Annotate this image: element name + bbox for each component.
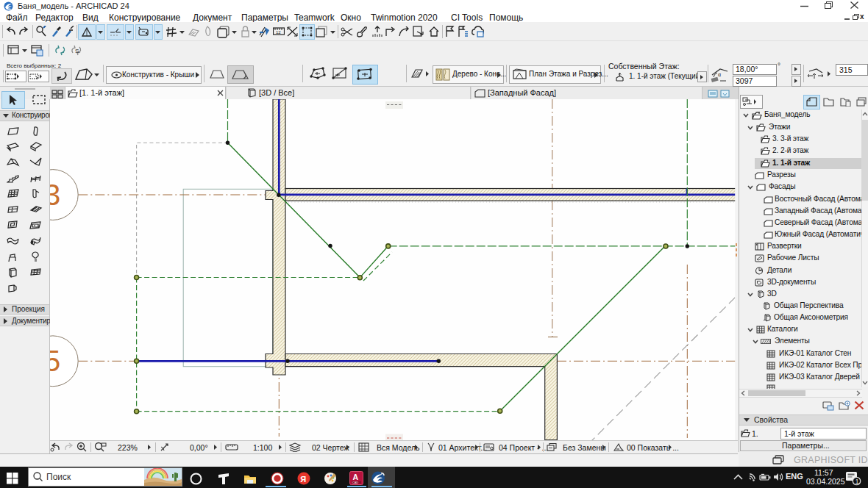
svg-text:S: S (75, 48, 79, 54)
svg-text:5: 5 (50, 345, 60, 377)
svg-text:CAD: CAD (352, 481, 358, 484)
svg-text:Я: Я (300, 475, 306, 484)
svg-text:α: α (718, 72, 721, 77)
svg-text:A: A (353, 473, 359, 481)
svg-text:12: 12 (276, 30, 281, 35)
svg-text:3: 3 (50, 179, 60, 211)
svg-text:1: 1 (855, 478, 859, 485)
